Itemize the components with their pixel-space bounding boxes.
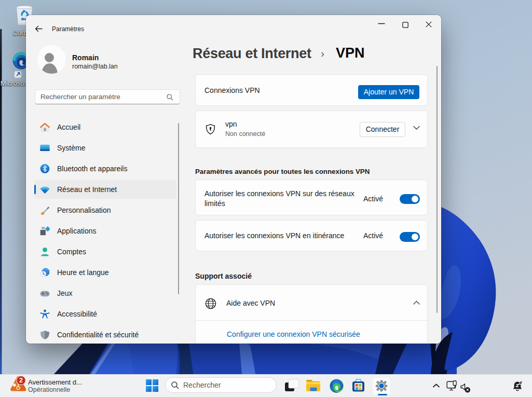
svg-text:2: 2 [19,377,23,384]
